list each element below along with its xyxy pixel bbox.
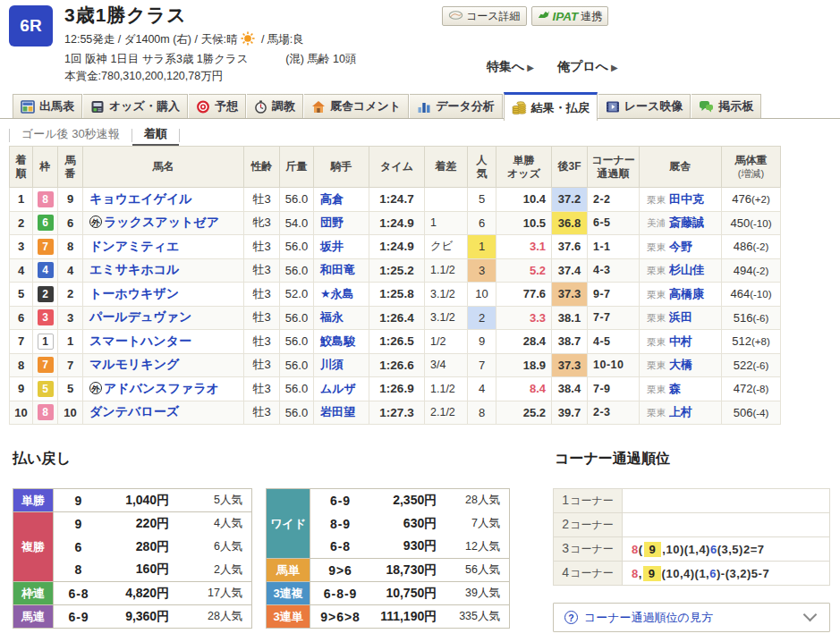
tab-3[interactable]: 調教 [247, 94, 303, 118]
chevron-down-icon [803, 608, 818, 622]
cell-popularity: 5 [468, 188, 496, 212]
cell-margin: 3.1/2 [425, 306, 468, 330]
jockey-link[interactable]: 団野 [320, 215, 344, 229]
cell-waku: 5 [33, 377, 58, 401]
cell-waku: 7 [33, 353, 58, 377]
cell-horse-name: 外アドバンスファラオ [83, 377, 244, 401]
cell-corner-order: 2-3 [588, 401, 640, 425]
jockey-link[interactable]: 和田竜 [320, 263, 355, 276]
tab-7[interactable]: レース映像 [598, 94, 692, 118]
horse-link[interactable]: ラックスアットゼア [104, 215, 219, 229]
waku-badge: 7 [38, 357, 54, 373]
tab-active-6[interactable]: 結果・払戻 [504, 92, 598, 121]
horse-link[interactable]: ドンアミティエ [89, 239, 179, 253]
stable-region: 栗東 [647, 194, 666, 205]
payout-row-単勝: 単勝91,040円5人気 [13, 489, 252, 512]
trainer-link[interactable]: 大橋 [669, 358, 692, 371]
trainer-link[interactable]: 森 [669, 382, 681, 395]
corner-row-3: 3コーナー8(9,10)(1,4)6(3,5)2=7 [554, 537, 830, 562]
horse-link[interactable]: パールデュヴァン [89, 309, 191, 324]
payout-combination: 8-9 [310, 512, 370, 536]
jockey-link[interactable]: ムルザ [320, 382, 356, 395]
cell-sex-age: 牡3 [244, 377, 280, 401]
cell-position: 5 [10, 283, 33, 307]
ipat-link-button[interactable]: IPAT 連携 [531, 6, 609, 26]
corner-order-table: 1コーナー2コーナー3コーナー8(9,10)(1,4)6(3,5)2=74コーナ… [553, 488, 830, 586]
horse-link[interactable]: アドバンスファラオ [104, 381, 219, 395]
cell-position: 10 [10, 401, 33, 425]
cell-time: 1:26.4 [369, 306, 425, 330]
cell-umaban: 1 [58, 330, 83, 354]
corner-order-help-label: コーナー通過順位の見方 [584, 610, 805, 626]
subtab-1[interactable]: 着順 [132, 125, 179, 146]
trainer-link[interactable]: 上村 [669, 405, 692, 418]
horse-link[interactable]: キョウエイゲイル [89, 191, 192, 206]
course-detail-button[interactable]: コース詳細 [442, 6, 527, 26]
payout-popularity: 2人気 [182, 559, 251, 582]
race-result-page: 6R 3歳1勝クラス 12:55発走 / ダ1400m (右) / 天候:晴 /… [0, 0, 840, 642]
col-horse-weight: 馬体重(増減) [722, 147, 781, 188]
horse-link[interactable]: スマートハンター [89, 334, 191, 348]
horse-link[interactable]: マルモリキング [89, 357, 179, 371]
tab-2[interactable]: 予想 [189, 94, 246, 118]
corner-order-help-accordion[interactable]: ? コーナー通過順位の見方 [553, 603, 830, 632]
payout-popularity: 7人気 [449, 512, 509, 536]
trainer-link[interactable]: 杉山佳 [669, 263, 704, 276]
stable-region: 栗東 [647, 359, 666, 370]
cell-horse-name: マルモリキング [83, 353, 244, 377]
cell-horse-name: ドンアミティエ [83, 235, 244, 259]
cell-jockey: 和田竜 [314, 258, 369, 283]
cell-corner-order: 7-7 [588, 306, 640, 330]
result-row-5: 522トーホウキザン牡352.0★永島1:25.83.1/21077.637.3… [10, 283, 781, 307]
tab-8[interactable]: 掲示板 [692, 94, 761, 118]
cell-last3f: 36.8 [552, 211, 588, 235]
cell-waku: 2 [33, 283, 58, 307]
corner-value [623, 513, 830, 537]
orepro-link[interactable]: 俺プロへ▶ [557, 59, 618, 75]
cell-horse-name: ダンテバローズ [83, 401, 244, 425]
jockey-link[interactable]: 川須 [320, 358, 344, 371]
subtab-0[interactable]: ゴール後 30秒速報 [10, 125, 132, 146]
trainer-link[interactable]: 浜田 [669, 310, 692, 324]
bet-type-label: 馬連 [13, 605, 54, 629]
header-buttons: コース詳細 IPAT 連携 [442, 6, 608, 26]
payout-popularity: 6人気 [182, 536, 251, 559]
cell-load: 56.0 [280, 377, 314, 401]
corner-seg: ,10)(1,4) [662, 543, 710, 556]
cell-popularity: 3 [468, 258, 496, 283]
waku-badge: 1 [38, 334, 54, 350]
jockey-link[interactable]: 鮫島駿 [320, 334, 355, 348]
horse-link[interactable]: ダンテバローズ [89, 404, 179, 418]
trainer-link[interactable]: 今野 [669, 240, 692, 253]
trainer-link[interactable]: 田中克 [669, 192, 704, 206]
payout-amount: 220円 [104, 512, 182, 536]
stable-region: 栗東 [647, 312, 666, 323]
waku-badge: 7 [38, 239, 54, 255]
bet-type-label: 3連単 [267, 605, 310, 629]
cell-popularity: 4 [468, 377, 496, 401]
cell-waku: 6 [33, 211, 58, 235]
cell-jockey: 団野 [314, 211, 369, 235]
jockey-link[interactable]: ★永島 [320, 287, 354, 300]
jockey-link[interactable]: 福永 [320, 310, 344, 324]
jockey-link[interactable]: 岩田望 [320, 405, 355, 418]
tab-4[interactable]: 厩舎コメント [304, 94, 409, 118]
stable-region: 栗東 [647, 265, 666, 275]
horse-link[interactable]: エミサキホコル [89, 262, 179, 276]
cell-popularity: 7 [468, 353, 496, 377]
trainer-link[interactable]: 斎藤誠 [669, 215, 704, 229]
jockey-link[interactable]: 坂井 [320, 240, 344, 253]
stable-region: 美浦 [647, 217, 666, 228]
cell-margin: 2.1/2 [425, 401, 468, 425]
tab-1[interactable]: オッズ・購入 [83, 94, 188, 118]
tab-0[interactable]: 出馬表 [13, 94, 82, 118]
trainer-link[interactable]: 中村 [669, 334, 692, 348]
corner-value: 8,9(10,4)(1,6)-(3,2)5-7 [623, 562, 830, 586]
horse-link[interactable]: トーホウキザン [89, 286, 179, 300]
jockey-link[interactable]: 高倉 [320, 192, 344, 206]
trainer-link[interactable]: 高橋康 [669, 287, 704, 300]
cell-position: 4 [10, 258, 33, 283]
cell-umaban: 9 [58, 188, 83, 212]
feature-link[interactable]: 特集へ▶ [487, 59, 534, 75]
tab-5[interactable]: データ分析 [410, 94, 503, 118]
